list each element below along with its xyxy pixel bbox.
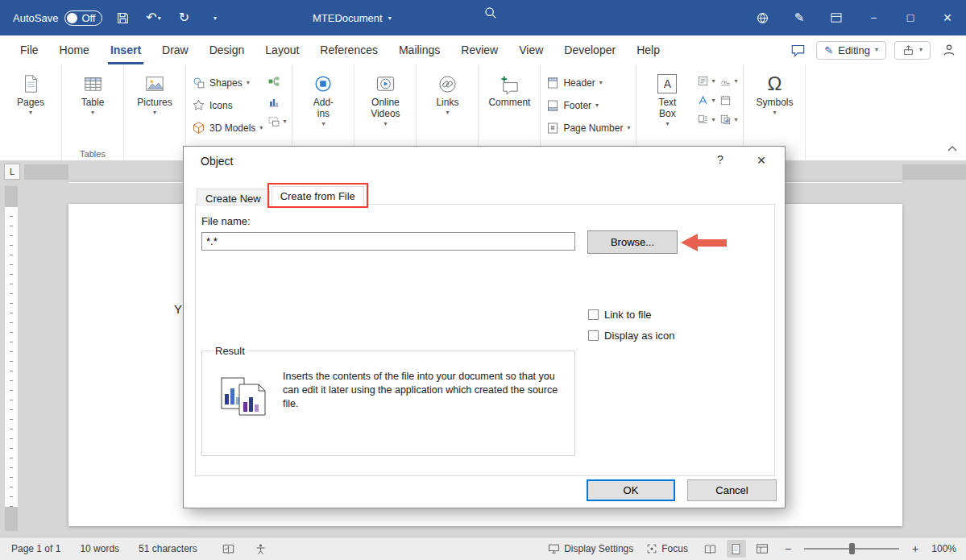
chevron-down-icon: ▾ bbox=[711, 117, 715, 123]
links-button[interactable]: Links ▾ bbox=[422, 67, 472, 116]
tab-stop-selector[interactable]: L bbox=[4, 164, 20, 180]
document-title-button[interactable]: MTEDocument ▾ bbox=[313, 0, 392, 35]
pages-button[interactable]: Pages ▾ bbox=[6, 67, 56, 116]
tab-mailings[interactable]: Mailings bbox=[388, 35, 450, 64]
tab-help[interactable]: Help bbox=[626, 35, 670, 64]
signature-line-button[interactable]: ▾ bbox=[719, 75, 737, 87]
object-dialog: Object ? × Create New Create from File F… bbox=[183, 146, 786, 508]
tab-design[interactable]: Design bbox=[199, 35, 255, 64]
date-time-button[interactable] bbox=[719, 94, 737, 106]
table-button[interactable]: Table ▾ bbox=[68, 67, 118, 116]
proofing-status-button[interactable] bbox=[222, 543, 235, 555]
word-count[interactable]: 10 words bbox=[80, 543, 119, 554]
ok-button[interactable]: OK bbox=[587, 479, 675, 501]
zoom-slider[interactable] bbox=[804, 548, 899, 550]
symbols-button[interactable]: Ω Symbols ▾ bbox=[749, 67, 799, 116]
accessibility-icon bbox=[255, 543, 267, 555]
zoom-level[interactable]: 100% bbox=[931, 543, 956, 554]
smartart-button[interactable] bbox=[267, 75, 286, 88]
browse-button[interactable]: Browse... bbox=[587, 230, 678, 254]
tab-create-from-file[interactable]: Create from File bbox=[272, 186, 364, 206]
print-layout-button[interactable] bbox=[727, 540, 746, 558]
comments-button[interactable] bbox=[787, 38, 808, 62]
footer-button[interactable]: Footer▾ bbox=[546, 95, 630, 115]
undo-icon: ↶ bbox=[146, 11, 156, 24]
drop-cap-button[interactable]: ▾ bbox=[697, 114, 715, 126]
chevron-down-icon: ▾ bbox=[595, 102, 599, 109]
share-button[interactable]: ▾ bbox=[894, 41, 931, 60]
shapes-button[interactable]: Shapes▾ bbox=[192, 73, 263, 93]
page-number-button[interactable]: Page Number▾ bbox=[546, 118, 630, 138]
read-mode-button[interactable] bbox=[701, 540, 720, 558]
tab-review[interactable]: Review bbox=[450, 35, 508, 64]
ink-button[interactable]: ✎ bbox=[781, 0, 818, 35]
drop-cap-icon bbox=[697, 114, 709, 126]
close-button[interactable]: × bbox=[929, 0, 966, 35]
online-videos-button[interactable]: Online Videos ▾ bbox=[360, 67, 410, 127]
editing-mode-button[interactable]: ✎Editing▾ bbox=[816, 41, 886, 60]
chevron-down-icon: ▾ bbox=[321, 121, 325, 127]
ribbon-display-options-button[interactable] bbox=[818, 0, 855, 35]
header-button[interactable]: Header▾ bbox=[546, 73, 630, 93]
tab-layout[interactable]: Layout bbox=[255, 35, 309, 64]
collapse-ribbon-button[interactable] bbox=[947, 141, 958, 156]
date-time-icon bbox=[719, 94, 732, 106]
link-to-file-checkbox[interactable]: Link to file bbox=[588, 309, 652, 321]
view-switcher bbox=[701, 540, 772, 558]
chevron-down-icon: ▾ bbox=[711, 97, 715, 104]
pictures-button[interactable]: Pictures ▾ bbox=[130, 67, 180, 116]
checkbox-box[interactable] bbox=[588, 330, 599, 341]
3d-models-button[interactable]: 3D Models▾ bbox=[192, 118, 263, 138]
display-settings-button[interactable]: Display Settings bbox=[548, 543, 633, 554]
icons-button[interactable]: Icons bbox=[192, 95, 263, 115]
web-layout-button[interactable] bbox=[752, 540, 772, 558]
search-button[interactable] bbox=[483, 6, 497, 22]
tab-draw[interactable]: Draw bbox=[151, 35, 199, 64]
cancel-button[interactable]: Cancel bbox=[687, 479, 777, 501]
tab-view[interactable]: View bbox=[508, 35, 553, 64]
tab-home[interactable]: Home bbox=[49, 35, 100, 64]
chevron-down-icon: ▾ bbox=[875, 47, 878, 53]
accessibility-button[interactable] bbox=[255, 543, 267, 555]
checkbox-box[interactable] bbox=[588, 309, 599, 320]
redo-button[interactable]: ↻ bbox=[173, 6, 194, 30]
footer-icon bbox=[546, 99, 559, 112]
autosave-toggle[interactable]: AutoSave Off bbox=[13, 10, 102, 26]
tab-file[interactable]: File bbox=[10, 35, 49, 64]
zoom-slider-thumb[interactable] bbox=[849, 543, 855, 554]
dialog-close-button[interactable]: × bbox=[748, 150, 775, 171]
character-count[interactable]: 51 characters bbox=[139, 543, 197, 554]
tab-references[interactable]: References bbox=[309, 35, 388, 64]
quick-parts-icon bbox=[697, 75, 709, 87]
quick-access-customize-button[interactable]: ▾ bbox=[204, 6, 225, 30]
monitor-icon bbox=[548, 543, 560, 554]
display-as-icon-checkbox[interactable]: Display as icon bbox=[588, 330, 674, 342]
chevron-down-icon: ▾ bbox=[91, 110, 94, 116]
tab-insert[interactable]: Insert bbox=[100, 35, 151, 64]
focus-mode-button[interactable]: Focus bbox=[646, 543, 688, 554]
add-ins-icon bbox=[313, 71, 334, 97]
file-name-input[interactable] bbox=[201, 232, 575, 251]
object-button[interactable]: ▾ bbox=[719, 114, 737, 126]
quick-parts-button[interactable]: ▾ bbox=[697, 75, 715, 87]
autosave-pill[interactable]: Off bbox=[64, 10, 102, 26]
undo-button[interactable]: ↶▾ bbox=[143, 6, 164, 30]
screenshot-button[interactable]: ▾ bbox=[267, 115, 286, 128]
tab-developer[interactable]: Developer bbox=[553, 35, 626, 64]
page-indicator[interactable]: Page 1 of 1 bbox=[11, 543, 60, 554]
account-button[interactable] bbox=[939, 38, 960, 62]
add-ins-button[interactable]: Add- ins ▾ bbox=[298, 67, 348, 127]
minimize-button[interactable]: − bbox=[855, 0, 892, 35]
maximize-button[interactable]: □ bbox=[892, 0, 929, 35]
dialog-help-button[interactable]: ? bbox=[709, 153, 732, 171]
comment-button[interactable]: Comment bbox=[484, 67, 534, 108]
text-box-button[interactable]: A Text Box ▾ bbox=[642, 67, 692, 127]
chevron-down-icon: ▾ bbox=[153, 110, 156, 116]
save-button[interactable] bbox=[112, 6, 133, 30]
wordart-button[interactable]: ▾ bbox=[697, 94, 715, 106]
zoom-out-button[interactable]: − bbox=[785, 542, 791, 555]
globe-button[interactable] bbox=[744, 0, 781, 35]
chart-button[interactable] bbox=[267, 95, 286, 108]
zoom-in-button[interactable]: + bbox=[912, 542, 918, 555]
tab-create-new[interactable]: Create New bbox=[197, 189, 270, 206]
